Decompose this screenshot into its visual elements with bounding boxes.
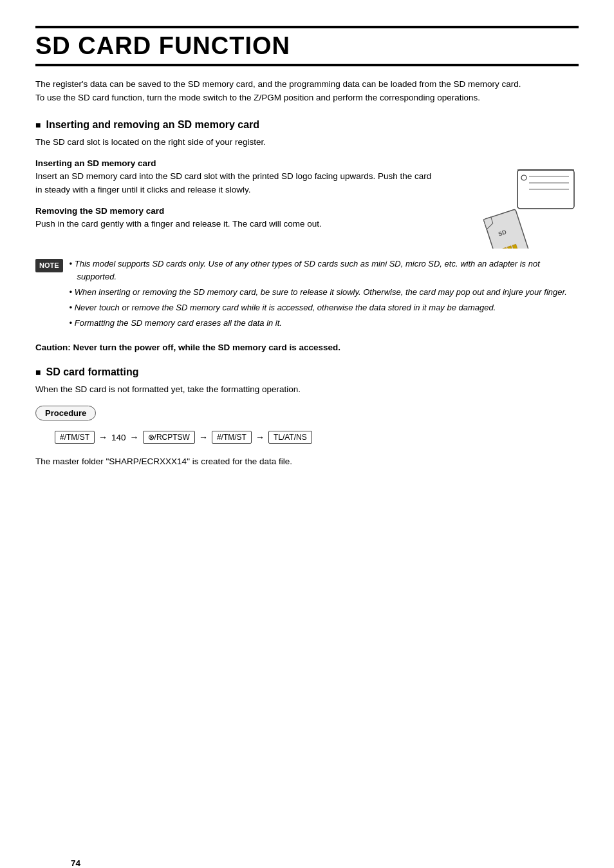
- flow-key-2: ⊗/RCPTSW: [143, 431, 195, 444]
- intro-para1: The register's data can be saved to the …: [35, 78, 579, 91]
- sd-card-illustration: SD: [460, 165, 579, 249]
- procedure-flow: #/TM/ST → 140 → ⊗/RCPTSW → #/TM/ST → TL/…: [55, 431, 579, 444]
- section2: SD card formatting When the SD card is n…: [35, 366, 579, 469]
- flow-key-4: TL/AT/NS: [268, 431, 312, 444]
- caution-text: Caution: Never turn the power off, while…: [35, 341, 579, 355]
- note-badge: NOTE: [35, 259, 63, 272]
- flow-arrow-1: →: [98, 432, 107, 442]
- note-item-1: This model supports SD cards only. Use o…: [70, 258, 579, 283]
- note-item-4: Formatting the SD memory card erases all…: [70, 317, 579, 330]
- inserting-section: Inserting an SD memory card Insert an SD…: [35, 158, 579, 249]
- section2-body: When the SD card is not formatted yet, t…: [35, 383, 579, 397]
- page-number: 74: [71, 858, 80, 868]
- flow-arrow-4: →: [256, 432, 265, 442]
- page-title: SD CARD FUNCTION: [35, 26, 579, 66]
- section2-title: SD card formatting: [35, 366, 579, 378]
- note-content: This model supports SD cards only. Use o…: [70, 258, 579, 333]
- insert-heading: Inserting an SD memory card: [35, 158, 437, 168]
- intro-section: The register's data can be saved to the …: [35, 78, 579, 105]
- note-item-2: When inserting or removing the SD memory…: [70, 286, 579, 299]
- insert-body: Insert an SD memory card into the SD car…: [35, 170, 437, 197]
- procedure-badge: Procedure: [35, 406, 96, 420]
- flow-key-3: #/TM/ST: [212, 431, 252, 444]
- remove-heading: Removing the SD memory card: [35, 206, 437, 216]
- section1-title: Inserting and removing an SD memory card: [35, 119, 579, 131]
- flow-arrow-2: →: [130, 432, 139, 442]
- remove-body: Push in the card gently with a finger an…: [35, 218, 437, 231]
- svg-point-1: [521, 175, 526, 180]
- flow-key-1: #/TM/ST: [55, 431, 95, 444]
- flow-number-1: 140: [111, 433, 126, 442]
- note-item-3: Never touch or remove the SD memory card…: [70, 301, 579, 314]
- note-list: This model supports SD cards only. Use o…: [70, 258, 579, 330]
- note-box: NOTE This model supports SD cards only. …: [35, 258, 579, 333]
- section1-subtitle: The SD card slot is located on the right…: [35, 136, 579, 149]
- intro-para2: To use the SD card function, turn the mo…: [35, 91, 579, 105]
- svg-rect-6: [483, 209, 528, 249]
- section1: Inserting and removing an SD memory card…: [35, 119, 579, 249]
- sd-card-image: SD: [450, 158, 579, 249]
- flow-arrow-3: →: [199, 432, 208, 442]
- result-text: The master folder "SHARP/ECRXXX14" is cr…: [35, 455, 579, 469]
- inserting-text-col: Inserting an SD memory card Insert an SD…: [35, 158, 450, 249]
